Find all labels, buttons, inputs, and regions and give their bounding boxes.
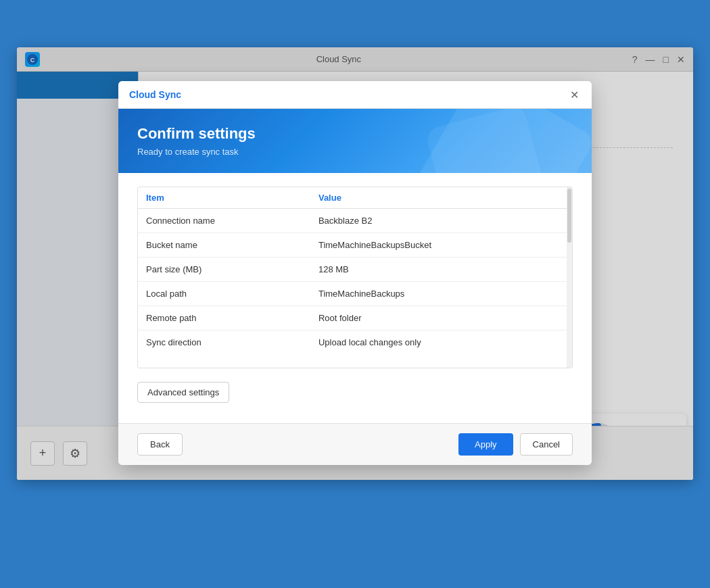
apply-button[interactable]: Apply [458,433,513,456]
settings-table: Item Value Connection nameBackblaze B2Bu… [138,187,572,354]
table-row: Remote pathRoot folder [138,306,572,330]
table-cell-item: Connection name [138,209,310,233]
table-cell-value: TimeMachineBackupsBucket [310,233,572,258]
table-cell-item: Remote path [138,306,310,330]
table-cell-item: Bucket name [138,233,310,258]
cloud-sync-dialog: Cloud Sync ✕ Confirm settings Ready to c… [118,81,592,465]
banner-title: Confirm settings [137,125,573,143]
dialog-body: Item Value Connection nameBackblaze B2Bu… [118,173,592,423]
footer-right: Apply Cancel [458,433,573,456]
dialog-banner: Confirm settings Ready to create sync ta… [118,109,592,173]
table-cell-value: Root folder [310,306,572,330]
dialog-footer: Back Apply Cancel [118,423,592,465]
table-row: Part size (MB)128 MB [138,258,572,282]
table-row: Sync directionUpload local changes only [138,330,572,355]
table-row: Connection nameBackblaze B2 [138,209,572,233]
modal-overlay: Cloud Sync ✕ Confirm settings Ready to c… [17,47,693,480]
table-cell-value: Backblaze B2 [310,209,572,233]
scrollbar-thumb[interactable] [567,189,571,243]
back-button[interactable]: Back [137,433,183,456]
table-cell-value: 128 MB [310,258,572,282]
settings-table-wrapper: Item Value Connection nameBackblaze B2Bu… [137,187,573,368]
table-cell-item: Part size (MB) [138,258,310,282]
dialog-close-button[interactable]: ✕ [567,88,581,101]
advanced-settings-button[interactable]: Advanced settings [137,382,229,403]
table-row: Bucket nameTimeMachineBackupsBucket [138,233,572,258]
banner-subtitle: Ready to create sync task [137,147,573,157]
table-cell-item: Sync direction [138,330,310,355]
table-cell-value: TimeMachineBackups [310,282,572,306]
col-item-header: Item [138,187,310,209]
table-cell-item: Local path [138,282,310,306]
table-cell-value: Upload local changes only [310,330,572,355]
scrollbar-track[interactable] [567,187,572,368]
cancel-button[interactable]: Cancel [520,433,573,456]
app-window: C Cloud Sync ? — □ ✕ ce w up-to-date. et… [17,47,693,480]
table-row: Local pathTimeMachineBackups [138,282,572,306]
col-value-header: Value [310,187,572,209]
dialog-titlebar: Cloud Sync ✕ [118,81,592,109]
dialog-title: Cloud Sync [129,89,181,100]
